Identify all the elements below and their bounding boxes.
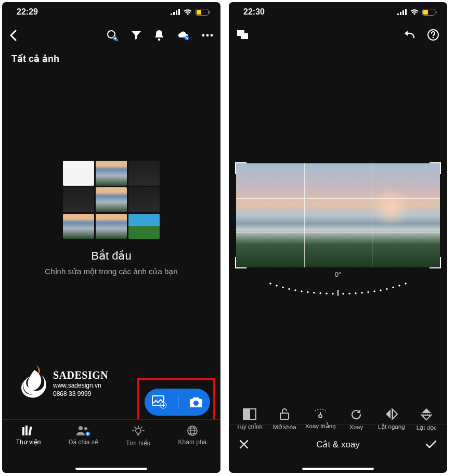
- top-toolbar: [2, 19, 220, 45]
- page-title: Tất cả ảnh: [2, 45, 220, 69]
- signal-icon: [171, 9, 180, 15]
- tab-discover[interactable]: Khám phá: [178, 425, 207, 446]
- help-icon: [427, 29, 439, 41]
- confirm-button[interactable]: [425, 440, 437, 448]
- flip-vertical-icon: [421, 407, 432, 421]
- undo-button[interactable]: [404, 30, 416, 40]
- status-bar: 22:29: [2, 2, 220, 19]
- crop-grid-overlay: [236, 163, 440, 267]
- svg-rect-28: [436, 11, 437, 14]
- svg-rect-17: [28, 427, 32, 435]
- svg-point-34: [270, 283, 271, 285]
- getting-started-subtitle: Chỉnh sửa một trong các ảnh của bạn: [2, 267, 220, 276]
- svg-rect-2: [197, 10, 201, 15]
- angle-dial-icon: [260, 278, 416, 299]
- svg-point-36: [282, 287, 284, 288]
- tab-library[interactable]: Thư viện: [16, 425, 41, 446]
- compare-button[interactable]: [237, 30, 249, 40]
- svg-point-44: [332, 293, 334, 294]
- watermark-url: www.sadesign.vn: [53, 382, 108, 390]
- svg-point-51: [374, 291, 375, 292]
- library-icon: [22, 425, 35, 436]
- more-button[interactable]: [202, 34, 213, 37]
- watermark-phone: 0868 33 9999: [53, 390, 108, 398]
- svg-point-42: [320, 292, 321, 294]
- people-icon: [76, 425, 90, 436]
- add-image-icon: [152, 395, 167, 409]
- back-button[interactable]: [9, 30, 18, 41]
- svg-point-18: [79, 426, 83, 430]
- fab-divider: [178, 395, 178, 409]
- status-bar: 22:30: [229, 2, 447, 19]
- svg-rect-15: [22, 427, 24, 435]
- svg-point-14: [193, 401, 199, 406]
- svg-point-39: [301, 291, 303, 292]
- crop-handle-br[interactable]: [430, 257, 441, 268]
- thumbnail-grid: [63, 161, 160, 239]
- tab-shared[interactable]: Đã chia sẻ: [69, 425, 98, 446]
- wifi-icon: [183, 9, 192, 15]
- thumbnail: [63, 214, 94, 239]
- svg-rect-16: [25, 426, 28, 435]
- angle-dial[interactable]: 0°: [260, 271, 416, 288]
- svg-point-47: [349, 293, 350, 294]
- bottom-tabs: Thư viện Đã chia sẻ Tìm hiểu Khám phá: [2, 419, 220, 473]
- close-icon: [239, 440, 249, 449]
- thumbnail: [63, 187, 94, 212]
- add-photo-fab[interactable]: [145, 389, 210, 416]
- tab-label: Đã chia sẻ: [69, 439, 98, 446]
- tab-learn[interactable]: Tìm hiểu: [126, 425, 150, 447]
- svg-rect-31: [241, 33, 248, 39]
- crop-handle-bl[interactable]: [235, 257, 246, 268]
- help-button[interactable]: [427, 29, 439, 41]
- phone-library: 22:29 Tất cả ả: [2, 2, 220, 473]
- svg-point-54: [393, 287, 394, 288]
- home-indicator: [302, 468, 374, 470]
- thumbnail: [128, 161, 160, 186]
- search-button[interactable]: [106, 29, 119, 42]
- crop-handle-tr[interactable]: [430, 162, 441, 174]
- getting-started-block: Bắt đầu Chỉnh sửa một trong các ảnh của …: [2, 161, 220, 276]
- svg-point-55: [399, 285, 400, 287]
- panel-title: Cắt & xoay: [316, 439, 360, 450]
- wifi-icon: [410, 9, 419, 15]
- thumbnail: [63, 161, 94, 186]
- thumbnail: [96, 187, 127, 212]
- svg-point-37: [289, 288, 290, 290]
- svg-rect-1: [209, 11, 210, 14]
- svg-point-21: [136, 428, 141, 433]
- angle-value: 0°: [260, 271, 416, 278]
- tab-label: Khám phá: [178, 439, 207, 446]
- svg-point-53: [386, 288, 388, 290]
- thumbnail: [96, 214, 127, 239]
- cancel-button[interactable]: [239, 440, 249, 449]
- svg-point-38: [295, 290, 296, 291]
- crop-image: [236, 163, 440, 267]
- straighten-icon: [313, 409, 328, 419]
- funnel-icon: [131, 30, 141, 41]
- svg-rect-58: [243, 409, 250, 419]
- bell-icon: [154, 30, 164, 41]
- chevron-left-icon: [9, 30, 18, 41]
- search-icon: [106, 29, 119, 42]
- watermark: SADESIGN www.sadesign.vn 0868 33 9999: [19, 365, 108, 402]
- svg-point-50: [368, 291, 369, 293]
- filter-button[interactable]: [131, 30, 141, 41]
- cloud-button[interactable]: [177, 30, 189, 41]
- svg-point-41: [314, 292, 315, 294]
- thumbnail: [128, 187, 160, 212]
- crop-handle-tl[interactable]: [235, 162, 246, 174]
- crop-toolbar: [229, 19, 447, 44]
- svg-point-46: [343, 293, 344, 294]
- more-icon: [202, 34, 213, 37]
- svg-point-11: [211, 34, 213, 37]
- battery-icon: [196, 9, 210, 16]
- sadesign-logo-icon: [19, 365, 48, 402]
- aspect-icon: [243, 408, 256, 420]
- svg-point-40: [307, 291, 309, 293]
- crop-canvas[interactable]: [236, 163, 440, 267]
- status-time: 22:30: [243, 7, 265, 17]
- notification-button[interactable]: [154, 30, 164, 41]
- thumbnail: [96, 161, 127, 186]
- svg-point-33: [433, 37, 434, 38]
